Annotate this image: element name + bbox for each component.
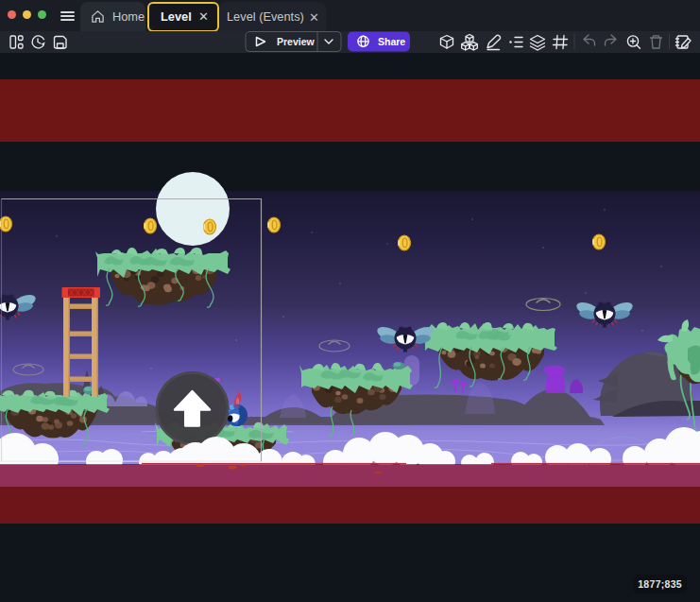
svg-text:Share: Share bbox=[378, 36, 405, 47]
svg-text:Preview: Preview bbox=[277, 36, 316, 47]
